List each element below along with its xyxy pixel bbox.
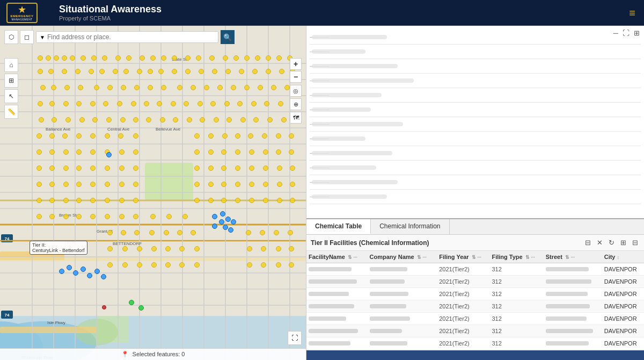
map-dot [194,165,200,171]
map-dot [148,85,153,90]
map-dot [199,69,204,74]
basemap-icon[interactable]: 🗺 [290,112,302,124]
map-dot [194,149,200,155]
map-tool-1[interactable]: ⬡ [4,30,18,44]
table-clear-icon[interactable]: ✕ [595,237,604,248]
home-icon[interactable]: ⌂ [4,58,18,72]
cell-city: DAVENPOR [602,288,644,300]
map-dot [76,214,82,219]
map-feature-dot [219,219,224,225]
info-grid-icon[interactable]: ⊞ [633,28,641,38]
map-dot [258,85,263,90]
measure-icon[interactable]: 📏 [4,105,18,119]
col-company-name[interactable]: Company Name ⇅ ··· [368,251,437,263]
map-dot [249,182,254,187]
locate-icon[interactable]: ⊕ [290,98,302,110]
col-street[interactable]: Street ⇅ ··· [544,251,602,263]
table-export-icon[interactable]: ⊞ [619,237,628,248]
map-dot [276,149,281,155]
page-subtitle: Property of SCEMA [59,15,162,21]
map-dot [40,85,46,90]
map-dot [65,117,71,123]
cell-company-name [368,263,437,276]
map-dot [214,117,219,123]
map-dot [131,101,136,106]
app-header: ★ EMERGENCY MANAGEMENT Situational Aware… [0,0,644,26]
search-button[interactable]: 🔍 [221,30,235,44]
table-refresh-icon[interactable]: ↻ [607,237,616,248]
map-feature-dot [225,217,231,222]
cell-filing-type: 312 [489,337,543,350]
map-dot [90,198,96,203]
layers-icon[interactable]: ⊞ [4,74,18,88]
col-city[interactable]: City ↕ [602,251,644,263]
zoom-out-button[interactable]: − [290,71,302,83]
cell-city: DAVENPOR [602,276,644,288]
data-table: FacilityName ⇅ ··· Company Name ⇅ ··· Fi… [306,251,644,350]
map-dot [36,182,42,187]
tab-chemical-table[interactable]: Chemical Table [306,219,371,234]
info-row [310,103,641,117]
col-filing-type[interactable]: Filing Type ⇅ ··· [489,251,543,263]
info-row [310,30,641,45]
map-dot [221,165,226,171]
map-feature-dot [129,300,134,305]
col-facility-name[interactable]: FacilityName ⇅ ··· [306,251,368,263]
search-input[interactable] [47,33,215,41]
map-dot [165,246,171,251]
map-panel[interactable]: 74 74 [0,26,306,360]
map-dot [140,55,145,61]
select-icon[interactable]: ↖ [4,89,18,103]
cell-filing-type: 312 [489,325,543,337]
info-row [310,175,641,190]
map-dot [119,214,125,219]
map-dot [119,165,125,171]
svg-text:BETTENDORF: BETTENDORF [113,241,142,246]
map-dot [46,55,51,61]
info-row [310,161,641,175]
info-expand-icon[interactable]: ⛶ [621,28,631,38]
map-dot [281,117,287,123]
cell-city: DAVENPOR [602,325,644,337]
svg-rect-9 [0,327,97,333]
map-dot [107,230,113,235]
map-dot [233,55,239,61]
zoom-in-button[interactable]: + [290,58,302,70]
cell-city: DAVENPOR [602,313,644,325]
map-dot [278,101,283,106]
cell-facility-name [306,325,368,337]
map-feature-dot [220,211,225,217]
map-dot [90,101,96,106]
map-dot [151,246,157,251]
map-background: 74 74 [0,26,306,360]
map-dot [63,165,69,171]
map-dot [276,55,282,61]
map-dot [191,85,196,90]
cell-city: DAVENPOR [602,300,644,313]
map-fullscreen-button[interactable]: ⛶ [288,331,302,345]
cell-company-name [368,313,437,325]
map-dot [262,133,267,139]
table-grid-icon[interactable]: ⊟ [631,237,640,248]
map-dot [133,214,138,219]
map-tool-2[interactable]: ◻ [20,30,34,44]
cell-company-name [368,288,437,300]
info-panel-toolbar: ─ ⛶ ⊞ [612,28,641,38]
map-dot [171,101,176,106]
map-dot [64,85,70,90]
tab-chemical-information[interactable]: Chemical Information [371,219,449,234]
compass-icon[interactable]: ◎ [290,85,302,97]
cell-facility-name [306,337,368,350]
map-dot [240,117,246,123]
map-dot [196,55,201,61]
info-minimize-icon[interactable]: ─ [612,28,619,38]
map-dot [36,165,42,171]
menu-icon[interactable]: ≡ [629,6,635,19]
table-row: 2021(Tier2) 312 DAVENPOR [306,263,644,276]
search-bar[interactable]: ▼ [36,31,218,43]
table-filter-icon[interactable]: ⊟ [583,237,592,248]
col-filing-year[interactable]: Filing Year ⇅ ··· [437,251,489,263]
map-dot [172,69,177,74]
facilities-table: FacilityName ⇅ ··· Company Name ⇅ ··· Fi… [306,251,644,350]
map-dot [185,55,191,61]
